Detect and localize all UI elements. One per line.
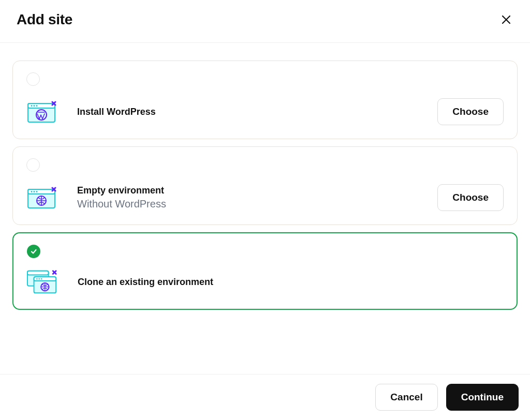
svg-point-16 (36, 278, 38, 280)
svg-point-17 (38, 278, 40, 280)
cancel-button[interactable]: Cancel (375, 384, 437, 411)
option-empty-environment[interactable]: Empty environment Without WordPress Choo… (12, 146, 518, 225)
option-text: Clone an existing environment (78, 277, 503, 288)
option-content: Install WordPress Choose (26, 97, 504, 126)
svg-point-4 (36, 105, 38, 107)
svg-point-9 (34, 191, 35, 192)
svg-point-10 (36, 191, 38, 192)
option-title: Empty environment (77, 185, 418, 196)
page-title: Add site (17, 11, 72, 28)
choose-button[interactable]: Choose (437, 98, 504, 125)
check-icon (30, 248, 37, 255)
modal-header: Add site (0, 0, 530, 43)
globe-browser-icon (26, 183, 57, 212)
close-button[interactable] (499, 12, 513, 27)
svg-point-2 (31, 105, 33, 107)
options-container: Install WordPress Choose (0, 43, 530, 310)
option-text: Empty environment Without WordPress (77, 185, 418, 210)
choose-button[interactable]: Choose (437, 184, 504, 211)
option-text: Install WordPress (77, 107, 418, 117)
option-clone-environment[interactable]: Clone an existing environment (12, 232, 518, 310)
continue-button[interactable]: Continue (446, 384, 519, 411)
option-content: Clone an existing environment (27, 267, 503, 296)
radio-row (27, 245, 503, 258)
radio-row (26, 158, 504, 174)
radio-checked-icon[interactable] (27, 245, 40, 258)
modal-footer: Cancel Continue (0, 374, 530, 420)
radio-unchecked-icon[interactable] (26, 72, 40, 86)
close-icon (502, 15, 511, 24)
radio-row (26, 72, 504, 88)
option-title: Install WordPress (77, 107, 418, 117)
radio-unchecked-icon[interactable] (26, 158, 40, 172)
svg-point-18 (41, 278, 42, 280)
option-title: Clone an existing environment (78, 277, 503, 288)
option-subtitle: Without WordPress (77, 198, 418, 210)
option-content: Empty environment Without WordPress Choo… (26, 183, 504, 212)
wordpress-browser-icon (26, 97, 57, 126)
option-install-wordpress[interactable]: Install WordPress Choose (12, 61, 518, 139)
svg-point-3 (34, 105, 35, 107)
clone-browser-icon (27, 267, 58, 296)
svg-point-8 (31, 191, 33, 192)
svg-rect-13 (27, 271, 49, 275)
